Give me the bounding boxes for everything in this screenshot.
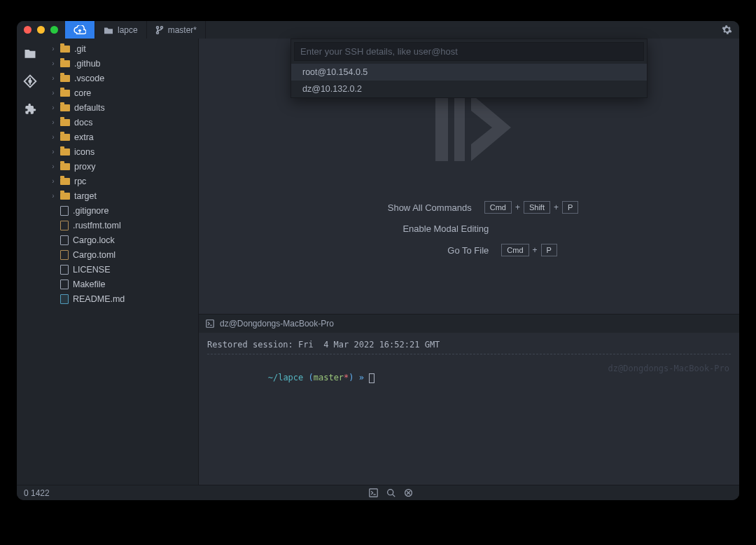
- chevron-right-icon: ›: [50, 45, 56, 53]
- folder-icon: [60, 104, 70, 111]
- tree-folder[interactable]: ›.github: [43, 56, 198, 71]
- tree-file[interactable]: ›Makefile: [43, 277, 198, 291]
- file-icon: [60, 294, 69, 304]
- file-icon: [60, 206, 69, 216]
- tree-item-label: defaults: [74, 103, 105, 113]
- plus-icon: +: [554, 202, 559, 212]
- folder-icon: [60, 60, 70, 67]
- terminal-output: Restored session: Fri 4 Mar 2022 16:52:2…: [207, 340, 731, 350]
- svg-point-2: [160, 26, 162, 28]
- folder-icon: [104, 26, 113, 34]
- app-window: lapce master*: [17, 21, 739, 500]
- folder-icon: [60, 90, 70, 97]
- tree-file[interactable]: ›.gitignore: [43, 203, 198, 218]
- welcome-hint[interactable]: Show All CommandsCmd+Shift+P: [360, 201, 579, 214]
- key-cap: P: [541, 244, 557, 256]
- tree-item-label: docs: [74, 118, 92, 127]
- hint-label: Show All Commands: [360, 202, 472, 213]
- file-icon: [60, 280, 69, 289]
- key-combo: Cmd+Shift+P: [484, 201, 579, 214]
- tree-folder[interactable]: ›proxy: [43, 159, 198, 174]
- status-terminal-button[interactable]: [369, 488, 378, 497]
- tree-item-label: icons: [74, 147, 94, 157]
- chevron-right-icon: ›: [50, 60, 56, 67]
- status-cursor-position[interactable]: 0 1422: [24, 488, 50, 498]
- tab-workspace[interactable]: lapce: [95, 21, 147, 39]
- svg-rect-5: [454, 94, 465, 161]
- terminal-tab-bar: dz@Dongdongs-MacBook-Pro: [199, 315, 739, 333]
- tree-folder[interactable]: ›icons: [43, 144, 198, 159]
- folder-icon: [60, 193, 70, 200]
- close-window-button[interactable]: [24, 26, 31, 34]
- tree-item-label: LICENSE: [73, 265, 111, 275]
- tree-folder[interactable]: ›core: [43, 85, 198, 100]
- tree-item-label: rpc: [74, 177, 86, 186]
- minimize-window-button[interactable]: [37, 26, 45, 34]
- chevron-right-icon: ›: [50, 133, 56, 141]
- tree-file[interactable]: ›LICENSE: [43, 262, 198, 277]
- tree-item-label: Makefile: [73, 280, 106, 289]
- tree-folder[interactable]: ›extra: [43, 130, 198, 144]
- tree-item-label: Cargo.lock: [73, 235, 115, 245]
- tree-item-label: proxy: [74, 162, 96, 172]
- folder-icon: [60, 178, 70, 185]
- plus-icon: +: [515, 202, 520, 212]
- window-controls: [17, 26, 65, 34]
- palette-option[interactable]: dz@10.132.0.2: [291, 81, 647, 97]
- folder-icon: [60, 163, 70, 170]
- terminal-tab-label[interactable]: dz@Dongdongs-MacBook-Pro: [220, 319, 334, 329]
- tree-item-label: extra: [74, 132, 94, 142]
- tree-item-label: target: [74, 191, 97, 201]
- editor-pane: root@10.154.0.5 dz@10.132.0.2 Show All C…: [199, 39, 739, 485]
- key-cap: Cmd: [501, 244, 528, 256]
- gear-icon: [722, 25, 732, 35]
- terminal-body[interactable]: Restored session: Fri 4 Mar 2022 16:52:2…: [199, 333, 739, 485]
- tab-remote[interactable]: [65, 21, 95, 39]
- folder-icon: [60, 149, 70, 156]
- tree-folder[interactable]: ›defaults: [43, 100, 198, 115]
- ssh-input[interactable]: [294, 42, 644, 61]
- activity-bar: [17, 39, 43, 485]
- tree-file[interactable]: ›Cargo.toml: [43, 247, 198, 262]
- welcome-hint[interactable]: Enable Modal Editing: [377, 223, 578, 234]
- extensions-button[interactable]: [22, 102, 38, 117]
- maximize-window-button[interactable]: [50, 26, 58, 34]
- welcome-screen: root@10.154.0.5 dz@10.132.0.2 Show All C…: [199, 39, 739, 314]
- svg-point-0: [156, 26, 158, 28]
- tree-file[interactable]: ›Cargo.lock: [43, 233, 198, 247]
- tree-file[interactable]: ›.rustfmt.toml: [43, 218, 198, 233]
- tree-item-label: .vscode: [74, 74, 104, 83]
- chevron-right-icon: ›: [50, 192, 56, 200]
- folder-icon: [60, 119, 70, 126]
- svg-rect-4: [435, 94, 448, 161]
- folder-icon: [60, 75, 70, 82]
- tree-folder[interactable]: ›target: [43, 188, 198, 203]
- source-control-button[interactable]: [22, 74, 38, 89]
- status-search-button[interactable]: [386, 488, 396, 497]
- tree-folder[interactable]: ›.vscode: [43, 71, 198, 85]
- palette-option[interactable]: root@10.154.0.5: [291, 64, 647, 81]
- welcome-hint[interactable]: Go To FileCmd+P: [377, 244, 578, 256]
- tree-item-label: Cargo.toml: [73, 250, 115, 260]
- hint-label: Go To File: [377, 245, 489, 256]
- tree-folder[interactable]: ›docs: [43, 115, 198, 130]
- tree-file[interactable]: ›README.md: [43, 291, 198, 306]
- chevron-right-icon: ›: [50, 89, 56, 97]
- branch-icon: [155, 25, 164, 35]
- file-icon: [60, 250, 69, 260]
- title-tabs: lapce master*: [65, 21, 206, 39]
- tab-branch[interactable]: master*: [147, 21, 206, 39]
- tree-folder[interactable]: ›.git: [43, 41, 198, 56]
- chevron-right-icon: ›: [50, 104, 56, 111]
- settings-button[interactable]: [715, 25, 739, 35]
- status-error-button[interactable]: [404, 488, 413, 497]
- key-cap: P: [562, 201, 578, 214]
- explorer-button[interactable]: [22, 46, 38, 61]
- svg-point-3: [29, 80, 31, 82]
- file-icon: [60, 235, 69, 245]
- tree-folder[interactable]: ›rpc: [43, 174, 198, 188]
- tree-item-label: .gitignore: [73, 206, 108, 216]
- folder-icon: [60, 134, 70, 141]
- terminal-divider: [207, 354, 731, 354]
- key-cap: Shift: [524, 201, 550, 214]
